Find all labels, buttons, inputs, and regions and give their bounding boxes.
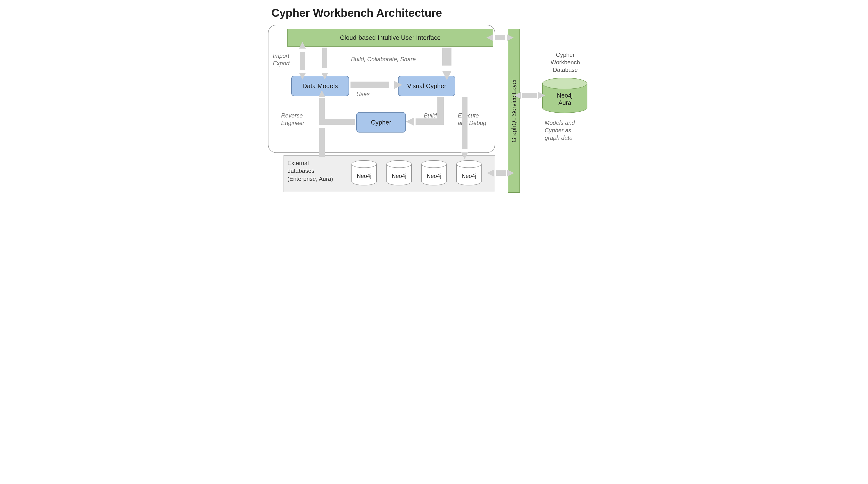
db-cylinder: Neo4j xyxy=(351,160,377,185)
svg-rect-12 xyxy=(496,171,506,176)
box-data-models: Data Models xyxy=(291,76,349,96)
label-import-export: Import Export xyxy=(273,52,289,67)
aura-cylinder-label: Neo4j Aura xyxy=(542,92,587,106)
svg-rect-13 xyxy=(522,93,537,98)
db-label: Neo4j xyxy=(422,173,446,179)
ui-bar-label: Cloud-based Intuitive User Interface xyxy=(340,34,441,41)
label-models-cypher-graph-data: Models and Cypher as graph data xyxy=(545,119,593,142)
box-data-models-label: Data Models xyxy=(303,82,338,90)
box-cypher: Cypher xyxy=(356,112,406,132)
db-label: Neo4j xyxy=(456,173,482,179)
svg-rect-11 xyxy=(495,35,505,40)
db-cylinder: Neo4j xyxy=(422,160,446,185)
db-label: Neo4j xyxy=(386,173,412,179)
aura-cylinder: Neo4j Aura xyxy=(542,78,587,113)
db-cylinder: Neo4j xyxy=(386,160,412,185)
label-build: Build xyxy=(424,112,437,119)
label-reverse-engineer: Reverse Engineer xyxy=(281,112,304,127)
label-uses: Uses xyxy=(356,90,370,98)
external-databases-label: External databases (Enterprise, Aura) xyxy=(287,159,333,183)
box-cypher-label: Cypher xyxy=(371,119,391,126)
diagram-title: Cypher Workbench Architecture xyxy=(271,6,442,20)
box-visual-cypher: Visual Cypher xyxy=(398,76,455,96)
ui-bar: Cloud-based Intuitive User Interface xyxy=(287,29,493,47)
label-build-collaborate-share: Build, Collaborate, Share xyxy=(351,55,416,63)
graphql-service-layer: GraphQL Service Layer xyxy=(508,29,520,193)
graphql-service-layer-label: GraphQL Service Layer xyxy=(510,79,518,143)
box-visual-cypher-label: Visual Cypher xyxy=(407,82,446,90)
db-label: Neo4j xyxy=(351,173,377,179)
external-db-row: Neo4j Neo4j Neo4j Neo4j xyxy=(351,160,482,185)
db-cylinder: Neo4j xyxy=(456,160,482,185)
label-execute-debug: Execute and Debug xyxy=(458,112,486,127)
label-cypher-workbench-database: Cypher Workbench Database xyxy=(547,51,584,74)
